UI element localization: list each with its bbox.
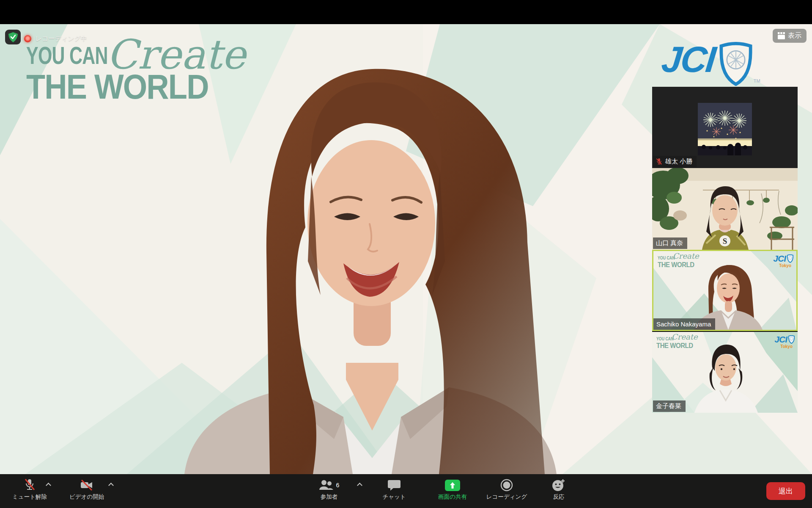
tile-slogan-prefix: YOU CAN [658, 256, 675, 260]
tile-slogan-line2: THE WORLD [656, 342, 693, 349]
chat-button-label: チャット [382, 493, 406, 501]
jci-shield-icon [787, 254, 793, 263]
tile-jci-tokyo-logo: JCI Tokyo [774, 334, 795, 349]
participant-name-text: Sachiko Nakayama [656, 320, 711, 328]
view-button-label: 表示 [788, 31, 801, 40]
participants-count-badge: 6 [336, 482, 340, 489]
record-button-label: レコーディング [486, 493, 527, 501]
participant-name-text: 雄太 小勝 [665, 157, 692, 166]
audio-options-chevron[interactable] [47, 483, 51, 488]
mic-muted-icon [656, 158, 662, 165]
participant-name-text: 金子春菜 [656, 402, 681, 410]
tile-jci-tokyo-logo: JCI Tokyo [773, 254, 793, 268]
jacket-monogram: S [723, 237, 727, 246]
share-screen-button[interactable]: 画面の共有 [426, 478, 479, 501]
participant-tile-sachiko-nakayama[interactable]: YOU CAN Create THE WORLD JCI Tokyo Sachi… [652, 250, 798, 331]
mic-muted-icon [23, 478, 36, 492]
tile-slogan-prefix: YOU CAN [656, 337, 674, 341]
participants-filmstrip: 雄太 小勝 [652, 87, 798, 413]
zoom-meeting-window: YOU CAN Create THE WORLD JCI TM [0, 0, 812, 508]
tile-background-slogan: YOU CAN Create THE WORLD [656, 335, 698, 349]
meeting-toolbar: ミュート解除 ビデオの開始 6 [0, 474, 812, 508]
participant-name-tag: 山口 真奈 [653, 237, 687, 249]
participant-tile-kaneko-haruna[interactable]: YOU CAN Create THE WORLD JCI Tokyo 金子春菜 [652, 331, 798, 413]
participants-icon [319, 480, 333, 491]
tile-slogan-script: Create [673, 252, 699, 260]
start-video-button-label: ビデオの開始 [69, 493, 104, 501]
tile-jci-text: JCI [774, 334, 787, 345]
share-screen-button-label: 画面の共有 [438, 493, 467, 501]
fireworks-avatar [698, 103, 752, 155]
recording-indicator-label: レコーディング中 [36, 35, 87, 43]
participants-button[interactable]: 6 参加者 [308, 478, 350, 501]
participant-tile-yuta-kokatsu[interactable]: 雄太 小勝 [652, 87, 798, 168]
tile-slogan-script: Create [672, 333, 698, 341]
meeting-info-shield-button[interactable] [5, 30, 21, 44]
tile-background-slogan: YOU CAN Create THE WORLD [658, 254, 699, 268]
view-button[interactable]: 表示 [773, 29, 807, 43]
video-options-chevron[interactable] [109, 483, 113, 488]
record-button[interactable]: レコーディング [481, 478, 532, 501]
shield-check-icon [8, 32, 18, 42]
jci-shield-icon [788, 335, 795, 344]
unmute-button-label: ミュート解除 [12, 493, 47, 501]
smiley-plus-icon [552, 479, 565, 491]
participant-name-tag: Sachiko Nakayama [653, 318, 715, 330]
tile-slogan-line2: THE WORLD [658, 261, 694, 268]
tile-jci-text: JCI [773, 254, 786, 264]
participants-button-label: 参加者 [321, 493, 338, 501]
participant-name-tag: 金子春菜 [653, 400, 686, 412]
unmute-button[interactable]: ミュート解除 [8, 478, 52, 501]
record-circle-icon [500, 479, 513, 491]
tile-tokyo-text: Tokyo [774, 344, 795, 349]
tile-tokyo-text: Tokyo [773, 263, 793, 268]
reactions-button-label: 反応 [553, 493, 565, 501]
participant-name-tag: 雄太 小勝 [653, 156, 697, 167]
participant-tile-yamaguchi-mana[interactable]: S 山口 真奈 [652, 168, 798, 250]
recording-indicator: レコーディング中 [24, 33, 87, 44]
camera-muted-icon [80, 479, 94, 491]
reactions-button[interactable]: 反応 [544, 478, 573, 501]
chat-button[interactable]: チャット [377, 478, 411, 501]
participant-name-text: 山口 真奈 [656, 239, 683, 247]
chat-bubble-icon [388, 479, 401, 491]
start-video-button[interactable]: ビデオの開始 [63, 478, 110, 501]
participants-options-chevron[interactable] [358, 483, 362, 488]
gallery-grid-icon [778, 32, 785, 39]
recording-dot-icon [24, 35, 31, 42]
share-screen-icon [445, 480, 460, 491]
leave-meeting-button[interactable]: 退出 [766, 482, 805, 500]
